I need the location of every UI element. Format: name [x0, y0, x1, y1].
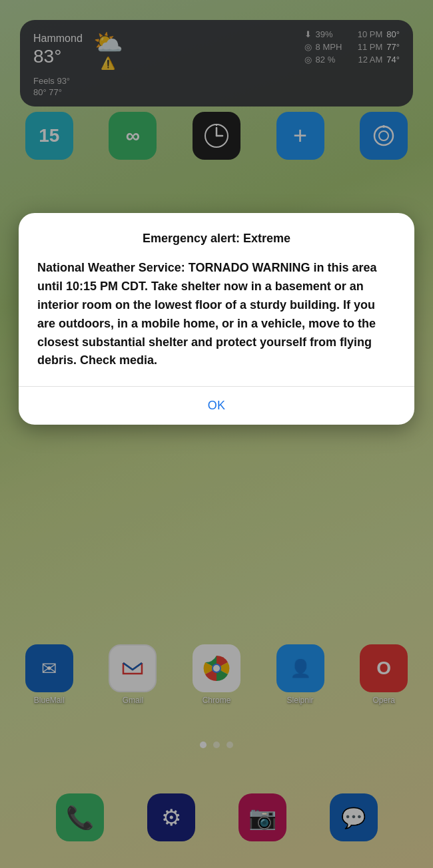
alert-body: National Weather Service: TORNADO WARNIN…: [37, 259, 396, 370]
ok-button[interactable]: OK: [37, 387, 396, 425]
alert-dialog: Emergency alert: Extreme National Weathe…: [19, 213, 414, 425]
dialog-overlay: [0, 0, 433, 868]
alert-title: Emergency alert: Extreme: [37, 232, 396, 246]
